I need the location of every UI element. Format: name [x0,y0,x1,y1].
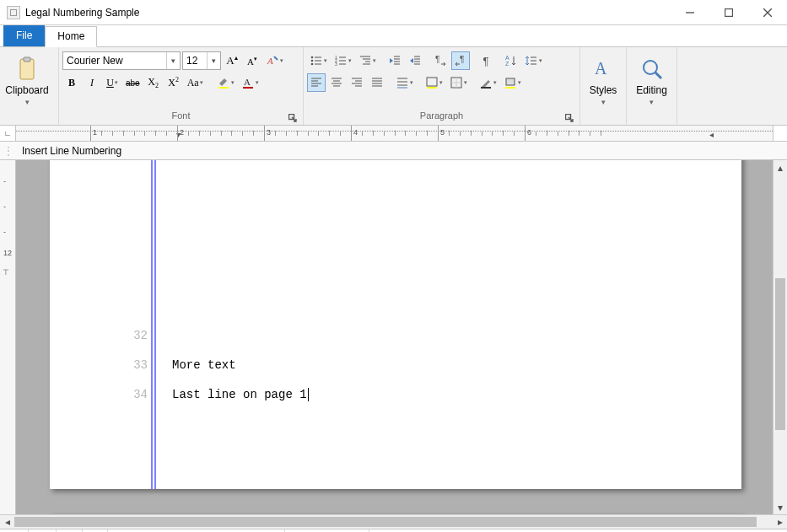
frame-border-button[interactable]: ▾ [477,73,499,92]
group-editing: Editing ▾ [627,47,677,125]
search-icon [639,56,666,83]
align-right-icon [350,76,364,89]
tab-home[interactable]: Home [45,26,97,47]
change-case-button[interactable]: Aa▾ [185,73,206,92]
font-color-button[interactable]: A▾ [239,73,261,92]
font-size-value: 12 [183,55,207,67]
bold-button[interactable]: B [62,73,81,92]
italic-button[interactable]: I [83,73,101,92]
font-color-icon: A [241,76,255,89]
svg-text:A: A [595,59,607,78]
borders-button[interactable]: ▾ [447,73,470,92]
bullets-icon [310,54,323,67]
svg-point-11 [311,56,314,59]
scroll-thumb-h[interactable] [14,517,757,527]
editing-button[interactable]: Editing ▾ [630,52,673,106]
scroll-down-button[interactable]: ▾ [774,500,787,514]
scroll-thumb[interactable] [775,278,785,430]
vertical-ruler[interactable]: - 12 ⊤ - - [0,160,16,514]
scroll-left-button[interactable]: ◂ [0,515,14,529]
increase-indent-button[interactable] [406,51,424,70]
decrease-indent-button[interactable] [385,51,404,70]
svg-rect-7 [218,87,229,89]
clear-format-button[interactable]: A▾ [263,51,286,70]
line-number: 34 [126,388,148,401]
shading-button[interactable]: ▾ [423,73,445,92]
ltr-button[interactable]: ¶ [431,51,450,70]
rtl-button[interactable]: ¶ [451,51,470,70]
svg-rect-66 [481,87,491,89]
window-title: Legal Numbering Sample [25,7,671,19]
editing-label: Editing [636,84,667,96]
align-left-button[interactable] [307,73,326,92]
chevron-down-icon: ▾ [650,98,654,106]
svg-rect-67 [506,78,515,85]
svg-text:A: A [244,77,251,87]
line-spacing-button[interactable]: ▾ [522,51,545,70]
paragraph-dialog-launcher[interactable] [564,113,574,123]
distribute-button[interactable]: ▾ [393,73,416,92]
ruler-scale[interactable]: ▾ ◂ 123456 [16,126,773,141]
font-dialog-launcher[interactable] [288,113,298,123]
eraser-icon: A [266,54,279,67]
distribute-icon [396,76,409,89]
right-indent-marker[interactable]: ◂ [709,130,714,139]
group-styles: A Styles ▾ [580,47,627,125]
tab-file[interactable]: File [3,25,45,46]
styles-button[interactable]: A Styles ▾ [584,52,623,106]
document-viewport: - 12 ⊤ - - 32 33 More text 34 Last line … [0,160,787,514]
font-name-select[interactable]: Courier New ▾ [62,51,181,70]
align-right-button[interactable] [348,73,366,92]
svg-text:¶: ¶ [460,55,464,64]
group-clipboard: Clipboard ▾ [0,47,59,125]
svg-text:A: A [267,56,273,66]
scroll-right-button[interactable]: ▸ [773,515,787,529]
align-justify-icon [370,76,384,89]
multilevel-button[interactable]: ▾ [356,51,379,70]
close-button[interactable] [748,0,787,25]
group-paragraph: ▾ 123▾ ▾ ¶ ¶ ¶ AZ ▾ ▾ [304,47,580,125]
scroll-up-button[interactable]: ▴ [774,160,787,175]
shrink-font-button[interactable]: A▾ [243,51,261,70]
frame-fill-button[interactable]: ▾ [501,73,524,92]
sort-button[interactable]: AZ [502,51,520,70]
paint-bucket-icon [425,76,439,89]
align-justify-button[interactable] [368,73,386,92]
strike-button[interactable]: abe [123,73,143,92]
underline-button[interactable]: U▾ [103,73,121,92]
styles-icon: A [590,56,617,83]
rtl-icon: ¶ [454,54,467,67]
bullets-button[interactable]: ▾ [307,51,330,70]
font-size-select[interactable]: 12 ▾ [182,51,221,70]
paste-button[interactable]: Clipboard ▾ [3,52,51,106]
numbering-button[interactable]: 123▾ [332,51,354,70]
subscript-button[interactable]: X2 [144,73,163,92]
paragraph-group-label: Paragraph [420,110,463,121]
show-marks-button[interactable]: ¶ [477,51,495,70]
group-font: Courier New ▾ 12 ▾ A▴ A▾ A▾ B I U▾ abe X… [59,47,304,125]
font-group-label: Font [171,110,190,121]
line-text: More text [172,358,236,372]
clipboard-icon [13,56,40,83]
vertical-scrollbar[interactable]: ▴ ▾ [773,160,787,514]
horizontal-scrollbar[interactable]: ◂ ▸ [0,514,787,529]
svg-rect-9 [243,87,253,89]
svg-rect-62 [427,87,437,89]
numbering-icon: 123 [334,54,348,67]
svg-rect-1 [725,8,733,16]
horizontal-ruler[interactable]: ∟ ▾ ◂ 123456 [0,126,787,142]
svg-line-72 [655,73,661,78]
document-canvas[interactable]: 32 33 More text 34 Last line on page 1 1… [16,160,787,514]
highlight-button[interactable]: ▾ [214,73,237,92]
page-1: 32 33 More text 34 Last line on page 1 [50,160,741,489]
maximize-button[interactable] [709,0,748,25]
line-number: 32 [126,329,148,342]
minimize-button[interactable] [671,0,709,25]
superscript-button[interactable]: X2 [164,73,183,92]
grow-font-button[interactable]: A▴ [223,51,241,70]
status-bar: 1/1 1/2 34 19 English (United States) NU… [0,529,787,532]
align-center-button[interactable] [327,73,346,92]
insert-line-numbering-button[interactable]: Insert Line Numbering [17,143,127,159]
highlight-icon [217,76,230,89]
tab-selector[interactable]: ∟ [0,126,16,141]
